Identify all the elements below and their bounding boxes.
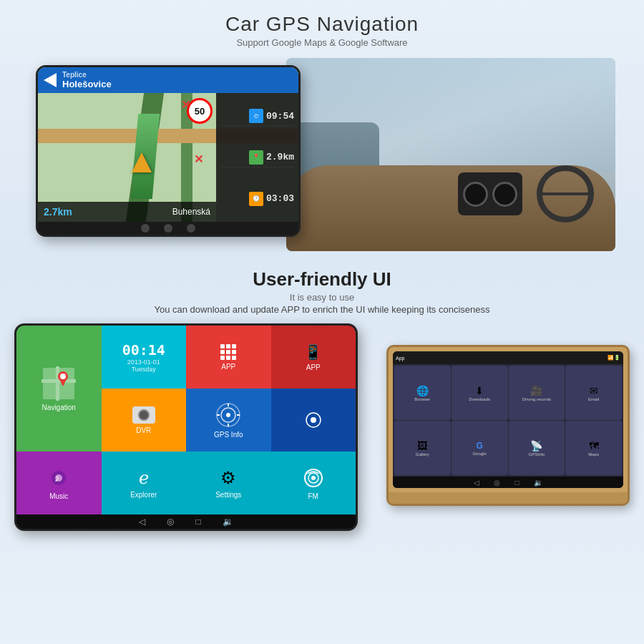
app-tile-gps2[interactable] (271, 389, 356, 452)
music-tile-label: Music (49, 492, 68, 500)
app2-tile-label: APP (306, 364, 321, 371)
app-tile-clock[interactable]: 00:14 2013-01-01 Tuesday (102, 326, 187, 389)
direction-arrow-icon (44, 73, 57, 87)
teplice-label: Teplice (62, 71, 112, 79)
gps-screen: Teplice Holešovice 50 ✕ ✕ ⏱ (38, 67, 298, 222)
app-tile-explorer[interactable]: ℯ Explorer (102, 452, 187, 514)
back-button[interactable]: ◁ (139, 517, 145, 527)
small-app-email[interactable]: ✉ Email (565, 366, 622, 420)
settings-gear-icon: ⚙ (220, 468, 236, 488)
small-app-maps[interactable]: 🗺 Maps (565, 421, 622, 475)
clock-day: Tuesday (122, 366, 165, 373)
small-app-downloads[interactable]: ⬇ Downloads (452, 366, 508, 420)
time-value: 09:54 (266, 111, 294, 122)
clock-icon: ⏱ (249, 109, 263, 123)
google-icon: G (476, 441, 482, 451)
maps-label: Maps (588, 452, 599, 457)
small-back-btn[interactable]: ◁ (474, 479, 479, 487)
distance-value: 2.9km (266, 152, 294, 162)
small-app-gps[interactable]: 📡 GPSInfo (509, 421, 565, 475)
small-app-grid: 🌐 Browser ⬇ Downloads 🎥 Driving records … (393, 364, 623, 477)
explorer-icon: ℯ (139, 468, 149, 488)
eta-icon: 🕐 (249, 192, 263, 206)
small-device: App 📶🔋 🌐 Browser ⬇ Downloads 🎥 Driving r… (386, 345, 630, 506)
music-icon: ♪ (47, 467, 70, 489)
svg-point-14 (311, 417, 316, 423)
driving-label: Driving records (522, 397, 551, 401)
svg-point-5 (60, 374, 66, 379)
gps-label: GPSInfo (529, 452, 545, 457)
browser-icon: 🌐 (416, 385, 429, 396)
svg-point-7 (226, 413, 230, 417)
app-tile-app[interactable]: APP (186, 326, 271, 389)
email-icon: ✉ (590, 385, 598, 396)
driving-icon: 🎥 (530, 385, 542, 396)
clock-date: 2013-01-01 (122, 358, 165, 366)
small-vol-btn[interactable]: 🔉 (534, 479, 542, 487)
browser-label: Browser (414, 397, 430, 401)
small-home-btn[interactable]: ◎ (494, 479, 500, 487)
fm-tile-label: FM (308, 492, 318, 500)
navigation-map-icon (42, 366, 76, 401)
gps-bottom-bar (38, 222, 298, 235)
car-interior-image (286, 58, 615, 251)
volume-down-button[interactable]: 🔉 (223, 517, 233, 527)
app-tile-gps-info[interactable]: GPS Info (186, 389, 271, 452)
street-name: Buhenská (172, 207, 210, 217)
dvr-camera-icon (132, 406, 155, 424)
satellite-icon (215, 402, 241, 428)
bottom-devices-section: Navigation 00:14 2013-01-01 Tuesday (14, 323, 630, 531)
map-marker-x2: ✕ (194, 152, 203, 166)
eta-value: 03:03 (266, 193, 294, 204)
bottom-btn-1[interactable] (141, 224, 150, 233)
info-row-distance: 📍 2.9km (220, 148, 294, 167)
small-app-browser[interactable]: 🌐 Browser (394, 366, 451, 420)
maps-icon: 🗺 (589, 440, 599, 452)
android-tablet: Navigation 00:14 2013-01-01 Tuesday (14, 323, 358, 531)
small-recents-btn[interactable]: □ (514, 479, 519, 487)
app-tile-settings[interactable]: ⚙ Settings (186, 452, 271, 514)
main-title: Car GPS Navigation (225, 13, 419, 36)
nav-tile-label: Navigation (42, 404, 76, 411)
gps-info-label: GPS Info (214, 431, 243, 439)
app-tile-music[interactable]: ♪ Music (16, 452, 102, 514)
clock-display: 00:14 2013-01-01 Tuesday (122, 341, 165, 373)
small-app-gallery[interactable]: 🖼 Gallery (394, 421, 451, 475)
app-tile-app2[interactable]: 📱 APP (271, 326, 356, 389)
home-button[interactable]: ◎ (167, 517, 174, 527)
header-section: Car GPS Navigation Support Google Maps &… (225, 13, 419, 48)
recents-button[interactable]: □ (195, 517, 200, 527)
speed-limit-sign: 50 (187, 98, 213, 124)
google-label: Google (472, 452, 486, 456)
app-tile-fm[interactable]: FM (271, 452, 356, 514)
bottom-btn-2[interactable] (164, 224, 172, 233)
distance-icon: 📍 (249, 150, 263, 165)
small-screen-status: 📶🔋 (608, 355, 620, 361)
small-app-google[interactable]: G Google (452, 421, 508, 475)
camera-lens-icon (138, 409, 150, 421)
tablet-navbar: ◁ ◎ □ 🔉 (16, 514, 356, 529)
email-label: Email (588, 397, 599, 401)
info-row-time: ⏱ 09:54 (220, 107, 294, 126)
svg-rect-3 (56, 366, 59, 401)
tablet-screen: Navigation 00:14 2013-01-01 Tuesday (16, 326, 356, 514)
bottom-btn-3[interactable] (187, 224, 195, 233)
navigation-arrow-icon (132, 152, 152, 172)
info-panel: ⏱ 09:54 📍 2.9km 🕐 03:03 (216, 93, 298, 222)
holešovice-label: Holešovice (62, 79, 112, 89)
top-image-section: Teplice Holešovice 50 ✕ ✕ ⏱ (14, 58, 630, 258)
explorer-tile-label: Explorer (130, 491, 157, 499)
nav-top-bar: Teplice Holešovice (38, 67, 298, 93)
svg-text:♪: ♪ (54, 472, 59, 484)
app-tile-dvr[interactable]: DVR (102, 389, 187, 452)
ui-title: User-friendly UI (154, 268, 489, 291)
app2-icon: 📱 (304, 343, 322, 361)
distance-bar: 2.7km Buhenská (38, 202, 216, 222)
info-row-eta: 🕐 03:03 (220, 190, 294, 208)
app-tile-label: APP (221, 363, 235, 371)
small-app-driving[interactable]: 🎥 Driving records (509, 366, 565, 420)
app-grid-icon (220, 344, 236, 360)
small-device-chin (389, 492, 628, 504)
speed-limit-value: 50 (195, 106, 205, 117)
app-tile-navigation[interactable]: Navigation (16, 326, 102, 452)
